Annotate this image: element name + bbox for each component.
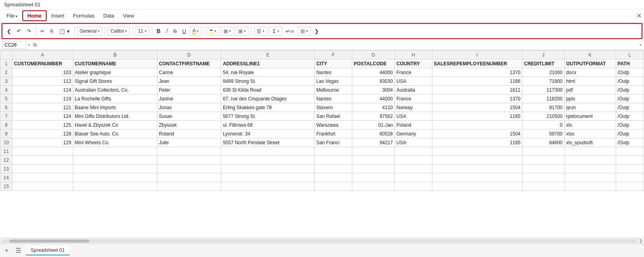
cell[interactable] (12, 182, 73, 191)
prev-button[interactable]: ❮ (5, 27, 13, 35)
cell[interactable] (432, 121, 522, 129)
cell[interactable] (12, 147, 73, 156)
font-color-dropdown[interactable]: A ▾ (190, 26, 202, 36)
cell[interactable] (12, 173, 73, 182)
cell[interactable]: 44000 (352, 68, 395, 77)
col-header-K[interactable]: K (564, 51, 616, 59)
table-row[interactable]: 3112Signal Gift StoresJean8489 Strong St… (0, 77, 644, 86)
wrap-button[interactable]: ↵═ (284, 27, 296, 35)
cell[interactable]: 4110 (352, 103, 395, 112)
cell[interactable] (564, 156, 616, 165)
scroll-right-icon[interactable]: ❯ (639, 238, 642, 243)
indent-dropdown[interactable]: ↧ ▾ (269, 27, 282, 36)
table-row[interactable]: 10129Mini Wheels Co.Julie5557 North Pend… (0, 138, 644, 147)
cell[interactable] (221, 156, 315, 165)
cell[interactable]: 117300 (522, 86, 564, 94)
cell[interactable]: Julie (157, 138, 221, 147)
cell[interactable]: 1166 (432, 77, 522, 86)
cell[interactable]: 54, rue Royale (221, 68, 315, 77)
cell[interactable]: Melbourne (314, 86, 352, 94)
cell[interactable] (12, 156, 73, 165)
cell[interactable]: La Rochelle Gifts (73, 94, 157, 103)
cell[interactable]: qrun (564, 103, 616, 112)
col-header-L[interactable]: L (616, 51, 644, 59)
cell[interactable] (221, 147, 315, 156)
cell[interactable]: Peter (157, 86, 221, 94)
cell[interactable]: /Outp (616, 77, 644, 86)
menu-close[interactable]: ✕ (636, 12, 642, 20)
cell[interactable]: 1504 (432, 129, 522, 138)
add-sheet-button[interactable]: + (2, 246, 11, 255)
table-border-dropdown[interactable]: ⊞ ▾ (236, 27, 249, 36)
cell[interactable] (221, 182, 315, 191)
col-header-H[interactable]: H (395, 51, 432, 59)
cell[interactable] (12, 165, 73, 173)
cell[interactable]: 21000 (522, 68, 564, 77)
cell[interactable]: Jonas (157, 103, 221, 112)
cell[interactable]: Stavern (314, 103, 352, 112)
horizontal-scrollbar[interactable]: ❯ (0, 238, 644, 243)
col-header-E[interactable]: E (221, 51, 315, 59)
cell[interactable]: 636 St Kilda Road (221, 86, 315, 94)
cell[interactable] (522, 182, 564, 191)
cell[interactable] (432, 147, 522, 156)
table-row[interactable]: 8125Havel & Zbyszek CoZbyszekul. Filtrow… (0, 121, 644, 129)
cell[interactable] (564, 165, 616, 173)
cell[interactable]: /Outp (616, 138, 644, 147)
cell[interactable]: /Outp (616, 68, 644, 77)
cell[interactable]: 1370 (432, 94, 522, 103)
cell[interactable]: 114 (12, 86, 73, 94)
cell[interactable] (221, 165, 315, 173)
cell[interactable]: Germany (395, 129, 432, 138)
cell[interactable] (157, 156, 221, 165)
cell[interactable] (564, 173, 616, 182)
cell[interactable] (432, 182, 522, 191)
menu-item-view[interactable]: View (119, 11, 138, 20)
cell[interactable] (157, 173, 221, 182)
cell[interactable]: 81700 (522, 103, 564, 112)
cell[interactable]: Atelier graphique (73, 68, 157, 77)
cell[interactable]: Nantes (314, 68, 352, 77)
col-header-I[interactable]: I (432, 51, 522, 59)
formula-expand-right-icon[interactable]: ▾ (640, 43, 642, 47)
cell[interactable]: 118200 (522, 94, 564, 103)
cell[interactable]: 128 (12, 129, 73, 138)
cell[interactable]: ADDRESSLINE1 (221, 59, 315, 68)
cell[interactable]: /Outp (616, 86, 644, 94)
cell[interactable] (616, 147, 644, 156)
cell[interactable] (616, 165, 644, 173)
cell[interactable] (352, 147, 395, 156)
cell[interactable]: Blauer See Auto, Co. (73, 129, 157, 138)
cell[interactable]: Carine (157, 68, 221, 77)
cell[interactable]: 64600 (522, 138, 564, 147)
cell[interactable]: CUSTOMERNUMBER (12, 59, 73, 68)
cell[interactable]: xlsx (564, 129, 616, 138)
cell[interactable]: 112 (12, 77, 73, 86)
cell[interactable]: Frankfurt (314, 129, 352, 138)
cell[interactable]: Baane Mini Imports (73, 103, 157, 112)
cell[interactable]: 60528 (352, 129, 395, 138)
cell[interactable]: Australia (395, 86, 432, 94)
col-header-D[interactable]: D (157, 51, 221, 59)
table-row[interactable]: 7124Mini Gifts Distributors Ltd.Susan567… (0, 112, 644, 121)
formula-input[interactable] (39, 41, 638, 49)
cell[interactable] (616, 182, 644, 191)
cell[interactable] (157, 182, 221, 191)
cell[interactable]: San Franci (314, 138, 352, 147)
cell[interactable]: Lyonerstr. 34 (221, 129, 315, 138)
cell[interactable]: /Outp (616, 94, 644, 103)
cell[interactable]: 83030 (352, 77, 395, 86)
cell[interactable]: Norway (395, 103, 432, 112)
cell[interactable]: POSTALCODE (352, 59, 395, 68)
cell[interactable]: pdf (564, 86, 616, 94)
cell[interactable]: 1165 (432, 112, 522, 121)
cell[interactable]: Poland (395, 121, 432, 129)
cell[interactable]: xls (564, 121, 616, 129)
cell[interactable]: /Outp (616, 121, 644, 129)
cell[interactable]: 1165 (432, 138, 522, 147)
cell[interactable]: Erling Skakkes gate 78 (221, 103, 315, 112)
menu-item-home[interactable]: Home (22, 10, 46, 21)
table-row[interactable]: 15 (0, 182, 644, 191)
cell[interactable]: rptdocument (564, 112, 616, 121)
col-header-A[interactable]: A (12, 51, 73, 59)
